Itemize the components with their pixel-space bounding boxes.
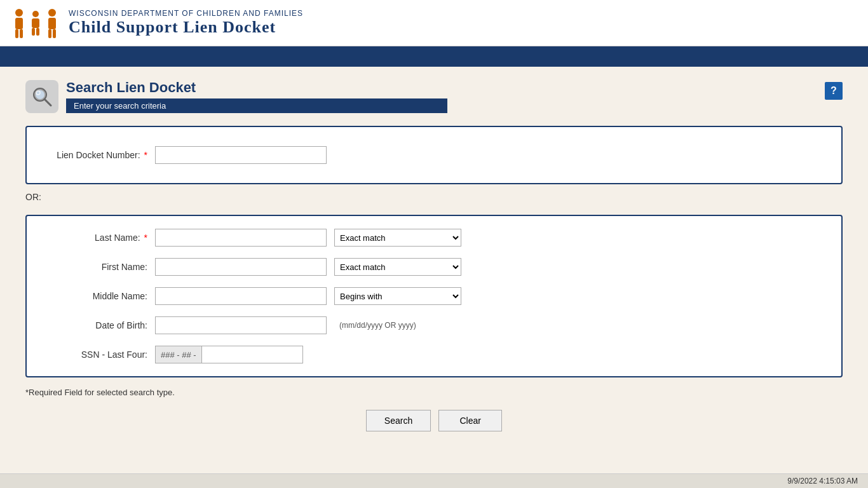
name-search-section: Last Name: * Exact match Begins with Con… xyxy=(25,215,843,377)
footer: 9/9/2022 4:15:03 AM xyxy=(0,473,868,488)
search-button[interactable]: Search xyxy=(366,410,431,431)
clear-button[interactable]: Clear xyxy=(438,410,502,431)
lien-docket-number-input[interactable] xyxy=(155,146,327,164)
svg-rect-3 xyxy=(20,29,23,38)
middle-name-row: Middle Name: Exact match Begins with Con… xyxy=(46,287,822,305)
first-name-label: First Name: xyxy=(46,262,147,272)
timestamp: 9/9/2022 4:15:03 AM xyxy=(787,477,858,485)
required-note: *Required Field for selected search type… xyxy=(25,388,843,397)
page-header: Wisconsin Department of Children and Fam… xyxy=(0,0,868,46)
ssn-last-four-input[interactable] xyxy=(201,346,303,363)
first-name-match-select[interactable]: Exact match Begins with Contains xyxy=(334,258,461,276)
ssn-prefix: ### - ## - xyxy=(155,346,201,363)
ssn-label: SSN - Last Four: xyxy=(46,349,147,360)
svg-point-8 xyxy=(48,9,56,17)
ssn-wrapper: ### - ## - xyxy=(155,346,303,363)
svg-line-14 xyxy=(44,99,51,105)
header-text: Wisconsin Department of Children and Fam… xyxy=(69,9,303,37)
middle-name-match-select[interactable]: Exact match Begins with Contains xyxy=(334,287,461,305)
last-name-row: Last Name: * Exact match Begins with Con… xyxy=(46,229,822,247)
last-name-match-select[interactable]: Exact match Begins with Contains xyxy=(334,229,461,247)
ssn-row: SSN - Last Four: ### - ## - xyxy=(46,346,822,363)
dob-label: Date of Birth: xyxy=(46,320,147,330)
agency-name: Wisconsin Department of Children and Fam… xyxy=(69,9,303,18)
page-subtitle-bar: Enter your search criteria xyxy=(66,98,447,113)
svg-rect-9 xyxy=(48,18,56,29)
svg-rect-6 xyxy=(32,28,35,36)
page-header-left: Search Lien Docket Enter your search cri… xyxy=(25,79,447,113)
last-name-label: Last Name: * xyxy=(46,233,147,243)
page-subtitle: Enter your search criteria xyxy=(74,101,166,111)
dob-hint: (mm/dd/yyyy OR yyyy) xyxy=(339,321,416,330)
middle-name-input[interactable] xyxy=(155,287,327,305)
lien-docket-required-star: * xyxy=(144,150,147,160)
dob-input[interactable] xyxy=(155,316,327,334)
svg-point-4 xyxy=(32,11,39,17)
lien-docket-label: Lien Docket Number: * xyxy=(46,150,147,160)
lien-docket-row: Lien Docket Number: * xyxy=(46,140,822,170)
page-title: Search Lien Docket xyxy=(66,79,447,96)
search-page-icon xyxy=(25,80,58,113)
svg-rect-1 xyxy=(15,18,23,29)
last-name-required-star: * xyxy=(144,233,147,243)
or-separator: OR: xyxy=(25,192,843,202)
svg-rect-11 xyxy=(53,29,56,38)
nav-bar xyxy=(0,46,868,67)
first-name-input[interactable] xyxy=(155,258,327,276)
page-header-row: Search Lien Docket Enter your search cri… xyxy=(25,79,843,113)
logo-icon xyxy=(10,5,61,41)
page-title-block: Search Lien Docket Enter your search cri… xyxy=(66,79,447,113)
svg-rect-5 xyxy=(32,18,39,28)
app-title: Child Support Lien Docket xyxy=(69,18,303,37)
svg-rect-10 xyxy=(48,29,51,38)
first-name-row: First Name: Exact match Begins with Cont… xyxy=(46,258,822,276)
svg-rect-7 xyxy=(36,28,39,36)
logo-area: Wisconsin Department of Children and Fam… xyxy=(10,5,303,41)
dob-row: Date of Birth: (mm/dd/yyyy OR yyyy) xyxy=(46,316,822,334)
svg-point-0 xyxy=(15,9,23,17)
last-name-input[interactable] xyxy=(155,229,327,247)
lien-docket-section: Lien Docket Number: * xyxy=(25,126,843,184)
main-content: Search Lien Docket Enter your search cri… xyxy=(0,67,868,473)
buttons-row: Search Clear xyxy=(25,410,843,431)
svg-rect-2 xyxy=(15,29,18,38)
middle-name-label: Middle Name: xyxy=(46,291,147,301)
help-button[interactable]: ? xyxy=(825,82,843,100)
